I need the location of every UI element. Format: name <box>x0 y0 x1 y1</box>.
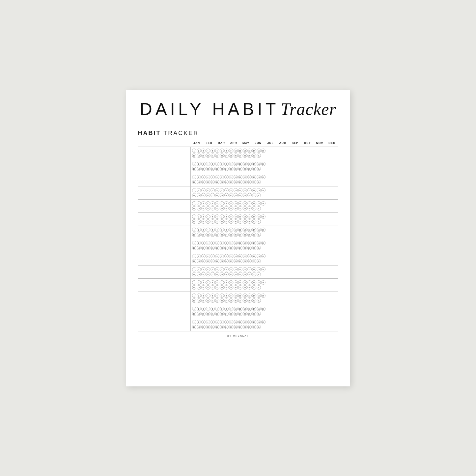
day-circle[interactable]: 7 <box>220 188 224 192</box>
day-circle[interactable]: 24 <box>224 325 229 329</box>
day-circle[interactable]: 13 <box>247 294 252 298</box>
day-circle[interactable]: 12 <box>243 162 247 166</box>
day-circle[interactable]: 19 <box>201 272 206 276</box>
day-circle[interactable]: 29 <box>247 259 252 263</box>
day-circle[interactable]: 24 <box>224 167 229 171</box>
day-circle[interactable]: 20 <box>206 167 210 171</box>
day-circle[interactable]: 8 <box>224 307 229 311</box>
day-circle[interactable]: 3 <box>201 201 206 206</box>
day-circle[interactable]: 2 <box>197 228 201 232</box>
day-circle[interactable]: 16 <box>261 241 266 245</box>
habit-name-cell[interactable] <box>138 266 191 278</box>
day-circle[interactable]: 10 <box>234 201 238 206</box>
day-circle[interactable]: 26 <box>234 167 238 171</box>
day-circle[interactable]: 11 <box>238 214 242 219</box>
day-circle[interactable]: 10 <box>234 280 238 285</box>
day-circle[interactable]: 19 <box>201 259 206 263</box>
day-circle[interactable]: 9 <box>229 254 233 258</box>
day-circle[interactable]: 9 <box>229 307 233 311</box>
day-circle[interactable]: 4 <box>206 254 210 258</box>
day-circle[interactable]: 1 <box>192 149 196 153</box>
day-circle[interactable]: 8 <box>224 320 229 324</box>
day-circle[interactable]: 18 <box>197 325 201 329</box>
day-circle[interactable]: 10 <box>234 175 238 179</box>
day-circle[interactable]: 23 <box>220 298 224 303</box>
day-circle[interactable]: 30 <box>252 154 256 158</box>
day-circle[interactable]: 6 <box>215 214 219 219</box>
day-circle[interactable]: 24 <box>224 312 229 316</box>
day-circle[interactable]: 4 <box>206 175 210 179</box>
day-circle[interactable]: 2 <box>197 201 201 206</box>
day-circle[interactable]: 5 <box>210 188 215 192</box>
day-circle[interactable]: 3 <box>201 280 206 285</box>
day-circle[interactable]: 3 <box>201 294 206 298</box>
day-circle[interactable]: 1 <box>192 294 196 298</box>
day-circle[interactable]: 14 <box>252 201 256 206</box>
day-circle[interactable]: 26 <box>234 180 238 184</box>
day-circle[interactable]: 24 <box>224 233 229 237</box>
day-circle[interactable]: 20 <box>206 272 210 276</box>
day-circle[interactable]: 30 <box>252 206 256 210</box>
day-circle[interactable]: 18 <box>197 219 201 224</box>
day-circle[interactable]: 12 <box>243 254 247 258</box>
day-circle[interactable]: 1 <box>192 280 196 285</box>
day-circle[interactable]: 6 <box>215 149 219 153</box>
day-circle[interactable]: 15 <box>257 149 261 153</box>
day-circle[interactable]: 19 <box>201 312 206 316</box>
day-circle[interactable]: 16 <box>261 254 266 258</box>
day-circle[interactable]: 12 <box>243 307 247 311</box>
day-circle[interactable]: 5 <box>210 241 215 245</box>
day-circle[interactable]: 26 <box>234 206 238 210</box>
day-circle[interactable]: 12 <box>243 214 247 219</box>
day-circle[interactable]: 12 <box>243 280 247 285</box>
day-circle[interactable]: 17 <box>192 246 196 250</box>
day-circle[interactable]: 28 <box>243 167 247 171</box>
day-circle[interactable]: 20 <box>206 246 210 250</box>
day-circle[interactable]: 30 <box>252 272 256 276</box>
day-circle[interactable]: 30 <box>252 167 256 171</box>
day-circle[interactable]: 28 <box>243 246 247 250</box>
day-circle[interactable]: 2 <box>197 175 201 179</box>
day-circle[interactable]: 11 <box>238 188 242 192</box>
day-circle[interactable]: 29 <box>247 206 252 210</box>
day-circle[interactable]: 16 <box>261 294 266 298</box>
day-circle[interactable]: 23 <box>220 325 224 329</box>
day-circle[interactable]: 1 <box>192 241 196 245</box>
day-circle[interactable]: 3 <box>201 162 206 166</box>
day-circle[interactable]: 4 <box>206 280 210 285</box>
day-circle[interactable]: 28 <box>243 154 247 158</box>
day-circle[interactable]: 9 <box>229 267 233 271</box>
day-circle[interactable]: 19 <box>201 298 206 303</box>
day-circle[interactable]: 6 <box>215 320 219 324</box>
day-circle[interactable]: 1 <box>192 201 196 206</box>
day-circle[interactable]: 20 <box>206 206 210 210</box>
day-circle[interactable]: 18 <box>197 312 201 316</box>
day-circle[interactable]: 24 <box>224 180 229 184</box>
day-circle[interactable]: 20 <box>206 285 210 290</box>
day-circle[interactable]: 5 <box>210 294 215 298</box>
day-circle[interactable]: 15 <box>257 214 261 219</box>
day-circle[interactable]: 12 <box>243 228 247 232</box>
day-circle[interactable]: 13 <box>247 201 252 206</box>
day-circle[interactable]: 27 <box>238 233 242 237</box>
day-circle[interactable]: 10 <box>234 149 238 153</box>
day-circle[interactable]: 30 <box>252 219 256 224</box>
day-circle[interactable]: 11 <box>238 320 242 324</box>
day-circle[interactable]: 25 <box>229 167 233 171</box>
day-circle[interactable]: 25 <box>229 298 233 303</box>
day-circle[interactable]: 16 <box>261 149 266 153</box>
day-circle[interactable]: 22 <box>215 285 219 290</box>
day-circle[interactable]: 6 <box>215 307 219 311</box>
day-circle[interactable]: 8 <box>224 241 229 245</box>
day-circle[interactable]: 29 <box>247 285 252 290</box>
day-circle[interactable]: 2 <box>197 188 201 192</box>
day-circle[interactable]: 15 <box>257 188 261 192</box>
day-circle[interactable]: 15 <box>257 175 261 179</box>
day-circle[interactable]: 7 <box>220 175 224 179</box>
day-circle[interactable]: 22 <box>215 206 219 210</box>
day-circle[interactable]: 26 <box>234 246 238 250</box>
day-circle[interactable]: 30 <box>252 246 256 250</box>
day-circle[interactable]: 14 <box>252 320 256 324</box>
day-circle[interactable]: 10 <box>234 214 238 219</box>
day-circle[interactable]: 28 <box>243 219 247 224</box>
